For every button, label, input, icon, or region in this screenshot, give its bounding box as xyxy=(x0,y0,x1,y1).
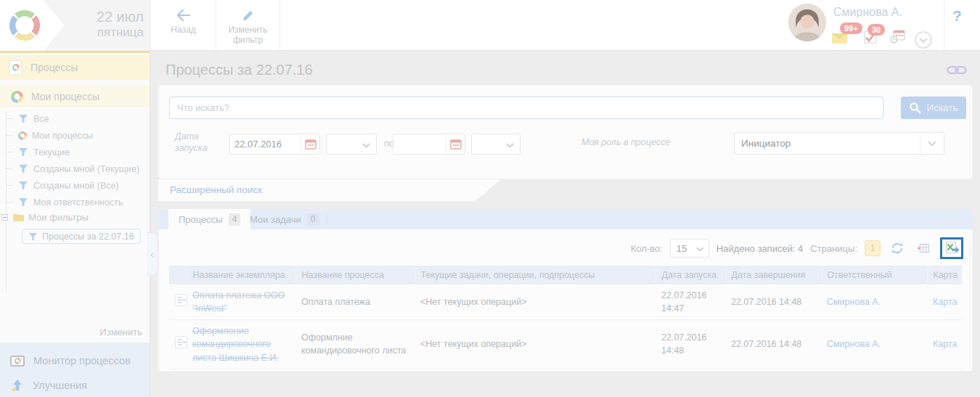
role-select[interactable]: Инициатор xyxy=(734,132,944,155)
current-operations: <Нет текущих операций> xyxy=(415,285,656,320)
advanced-search-link[interactable]: Расширенный поиск xyxy=(170,184,262,195)
process-document-icon xyxy=(9,60,22,75)
col-start: Дата запуска xyxy=(656,266,725,285)
calendar-picker-icon[interactable] xyxy=(446,134,465,154)
user-icons: 99+ 30 xyxy=(832,26,948,49)
sidebar-item-my-processes[interactable]: Мои процессы xyxy=(0,86,150,107)
map-link[interactable]: Карта xyxy=(933,297,957,307)
funnel-icon xyxy=(18,147,28,157)
tree-item-created-all[interactable]: Созданы мной (Все) xyxy=(6,177,150,194)
results-panel: Кол-во: 15 Найдено записей: 4 Страницы: … xyxy=(158,229,973,372)
user-avatar[interactable] xyxy=(788,4,826,41)
table-row: Оплата платежа ООО "InWest" Оплата плате… xyxy=(169,285,962,320)
tab-label: Мои задачи xyxy=(250,214,301,225)
sidebar-item-improvements[interactable]: Улучшения xyxy=(0,373,150,397)
page-title: Процессы за 22.07.16 xyxy=(166,62,313,78)
search-input[interactable] xyxy=(170,97,883,118)
end-date-input[interactable] xyxy=(393,134,446,154)
page-size-value: 15 xyxy=(671,243,687,254)
link-chain-icon[interactable] xyxy=(947,64,967,79)
map-link[interactable]: Карта xyxy=(933,339,957,349)
instance-link[interactable]: Оформление командировочного листа Шишкин… xyxy=(192,326,279,362)
tree-item-label: Моя ответственность xyxy=(33,197,123,208)
instance-menu-icon[interactable] xyxy=(175,336,187,348)
col-instance: Название экземпляра xyxy=(187,266,295,285)
page-size-select[interactable]: 15 xyxy=(670,239,709,258)
table-header-row: Название экземпляра Название процесса Те… xyxy=(169,266,962,285)
page-1-button[interactable]: 1 xyxy=(865,240,881,256)
user-name[interactable]: Смирнова А. xyxy=(833,6,902,19)
funnel-icon xyxy=(18,114,28,123)
tree-item-label: Мои процессы xyxy=(32,131,93,141)
process-name: Оплата платежа xyxy=(295,285,415,320)
tab-count-badge: 0 xyxy=(307,213,319,226)
results-toolbar: Кол-во: 15 Найдено записей: 4 Страницы: … xyxy=(631,237,963,259)
sidebar-tree: Все Мои процессы Текущие Созданы мной (Т… xyxy=(6,110,150,210)
user-menu-chevron-icon[interactable] xyxy=(915,31,932,49)
improvement-arrow-icon xyxy=(10,379,24,393)
current-operations: <Нет текущих операций> xyxy=(415,320,656,369)
start-date-group xyxy=(229,134,320,155)
tab-my-tasks[interactable]: Мои задачи 0 xyxy=(240,209,330,229)
excel-export-button[interactable] xyxy=(940,237,963,259)
tree-item-label: Созданы мной (Текущие) xyxy=(33,164,139,174)
tab-processes[interactable]: Процессы 4 xyxy=(168,209,250,229)
saved-filter-label: Процессы за 22.07.16 xyxy=(42,232,134,242)
export-table-button[interactable] xyxy=(914,239,933,258)
search-box xyxy=(169,97,883,119)
sidebar-my-filters[interactable]: Мои фильтры xyxy=(1,209,89,225)
refresh-icon xyxy=(890,241,905,255)
header-date-weekday: пятница xyxy=(0,25,144,40)
tree-item-current[interactable]: Текущие xyxy=(6,144,150,160)
table-row: Оформление командировочного листа Шишкин… xyxy=(169,320,962,369)
app-root: 22 июл пятница Назад Изменить фильтр Сми… xyxy=(0,0,980,397)
funnel-icon xyxy=(18,197,28,207)
sidebar-accent-strip xyxy=(0,51,150,53)
funnel-icon xyxy=(18,164,28,173)
monitor-label: Монитор процессов xyxy=(33,355,131,367)
funnel-icon xyxy=(28,232,38,241)
header-date: 22 июл пятница xyxy=(0,8,144,40)
records-found-label: Найдено записей: 4 xyxy=(716,243,804,254)
header-separator xyxy=(944,0,944,51)
mail-icon[interactable] xyxy=(832,33,847,44)
saved-filter-item[interactable]: Процессы за 22.07.16 xyxy=(22,229,141,244)
process-donut-icon xyxy=(11,91,23,103)
pencil-icon xyxy=(216,8,279,24)
sidebar-collapse-handle[interactable]: ‹ xyxy=(147,232,158,276)
count-label: Кол-во: xyxy=(631,243,663,254)
tree-item-all[interactable]: Все xyxy=(6,110,150,127)
start-date-label: Дата запуска xyxy=(175,131,220,155)
col-responsible: Ответственный xyxy=(821,266,927,285)
tree-item-my-responsibility[interactable]: Моя ответственность xyxy=(6,194,150,210)
instance-menu-icon[interactable] xyxy=(175,294,187,306)
instance-link[interactable]: Оплата платежа ООО "InWest" xyxy=(192,290,285,314)
search-button[interactable]: Искать xyxy=(901,97,966,119)
calendar-clock-icon[interactable] xyxy=(890,29,906,46)
sidebar: Процессы Мои процессы Все Мои процессы Т… xyxy=(0,51,150,397)
tree-item-label: Все xyxy=(33,114,49,124)
edit-filter-button[interactable]: Изменить фильтр xyxy=(216,0,280,51)
tree-item-my-processes[interactable]: Мои процессы xyxy=(6,127,150,144)
end-time-select[interactable] xyxy=(471,134,520,155)
sidebar-item-processes[interactable]: Процессы xyxy=(0,55,150,80)
chevron-down-icon xyxy=(920,133,944,154)
edit-link[interactable]: Изменить xyxy=(99,327,142,337)
tree-item-created-current[interactable]: Созданы мной (Текущие) xyxy=(6,160,150,177)
responsible-link[interactable]: Смирнова А. xyxy=(827,297,881,307)
tree-collapse-icon[interactable] xyxy=(1,214,8,221)
start-date-input[interactable] xyxy=(230,134,301,154)
pages-label: Страницы: xyxy=(810,243,857,254)
sidebar-item-process-monitor[interactable]: Монитор процессов xyxy=(0,348,150,373)
main-content: Процессы за 22.07.16 Искать Дата запуска xyxy=(151,51,980,397)
start-time-select[interactable] xyxy=(326,134,377,155)
back-button[interactable]: Назад xyxy=(151,0,216,51)
responsible-link[interactable]: Смирнова А. xyxy=(827,339,881,349)
help-icon[interactable]: ? xyxy=(952,7,962,25)
my-filters-label: Мои фильтры xyxy=(28,212,89,223)
col-icon xyxy=(169,266,187,285)
calendar-picker-icon[interactable] xyxy=(301,134,319,154)
refresh-button[interactable] xyxy=(888,239,907,258)
tree-item-label: Текущие xyxy=(33,147,70,157)
back-arrow-icon xyxy=(151,8,216,24)
